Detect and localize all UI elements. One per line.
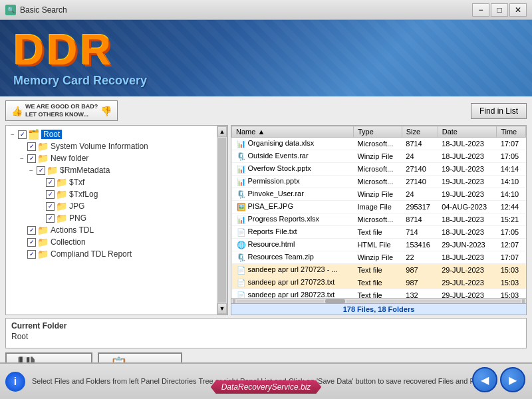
file-time: 12:44 [497,201,526,213]
file-time: 12:07 [497,239,526,251]
file-time: 15:21 [497,213,526,226]
table-row[interactable]: 📊Organising data.xlsx Microsoft... 8714 … [232,138,526,150]
file-name: 📄sandeep apr url 280723.txt [232,289,354,299]
minimize-button[interactable]: − [472,3,489,17]
col-time[interactable]: Time [497,126,526,138]
file-size: 987 [402,277,438,289]
tree-checkbox[interactable] [46,214,55,223]
table-row[interactable]: 🗜️Pinvoke_User.rar Winzip File 24 19-JUL… [232,188,526,201]
tree-item-label: $TxfLog [69,190,98,199]
tree-item[interactable]: 📁 Collection [9,236,214,248]
file-name: 🗜️Resources Team.zip [232,251,354,264]
file-name: 📊Overfow Stock.pptx [232,163,354,176]
tree-checkbox[interactable] [46,178,55,187]
table-row[interactable]: 📄sandeep apr url 270723 - ... Text file … [232,264,526,277]
file-size: 132 [402,289,438,299]
tree-item-label: New folder [51,154,88,163]
expand-button[interactable] [18,238,26,246]
file-type: Text file [353,226,402,239]
forward-button[interactable]: ▶ [500,367,525,392]
feedback-button[interactable]: 👍 WE ARE GOOD OR BAD? LET OTHERS KNOW...… [5,100,118,121]
file-type: Microsoft... [353,213,402,226]
file-time: 17:07 [497,251,526,264]
file-time: 17:07 [497,138,526,150]
expand-button[interactable] [37,202,45,210]
txt-icon: 📄 [236,265,247,275]
scroll-up-arrow[interactable]: ▲ [217,126,227,137]
expand-button[interactable]: − [27,166,35,174]
toolbar-row: 👍 WE ARE GOOD OR BAD? LET OTHERS KNOW...… [5,100,527,121]
tree-checkbox[interactable] [37,166,45,175]
file-type: Winzip File [353,251,402,264]
expand-button[interactable] [18,142,26,150]
tree-checkbox[interactable] [27,154,36,163]
title-bar: 🔍 Basic Search − □ ✕ [0,0,532,20]
folder-icon: 📁 [37,249,49,259]
excel-icon: 📊 [236,138,247,149]
tree-checkbox[interactable] [27,226,36,235]
table-row[interactable]: 🌐Resource.html HTML File 153416 29-JUN-2… [232,239,526,251]
expand-button[interactable] [37,214,45,222]
nav-buttons: ◀ ▶ [472,367,525,392]
close-button[interactable]: ✕ [509,3,527,17]
table-row[interactable]: 📊Progress Reports.xlsx Microsoft... 8714… [232,213,526,226]
tree-checkbox[interactable] [27,250,36,259]
file-date: 18-JUL-2023 [438,138,496,150]
back-button[interactable]: ◀ [472,367,497,392]
find-in-list-button[interactable]: Find in List [471,103,527,119]
table-row[interactable]: 📊Permission.pptx Microsoft... 27140 19-J… [232,176,526,188]
scroll-down-arrow[interactable]: ▼ [217,303,227,314]
tree-item[interactable]: 📁 System Volume Information [9,140,214,152]
table-row[interactable]: 📄Reports File.txt Text file 714 18-JUL-2… [232,226,526,239]
tree-item-label: $Txf [69,178,84,187]
expand-button[interactable]: − [9,130,17,138]
file-count: 178 Files, 18 Folders [231,303,526,315]
table-row[interactable]: 🗜️Resources Team.zip Winzip File 22 18-J… [232,251,526,264]
tree-checkbox[interactable] [46,202,55,211]
expand-button[interactable] [37,190,45,198]
table-row[interactable]: 🗜️Outside Events.rar Winzip File 24 18-J… [232,150,526,163]
expand-button[interactable]: − [18,154,26,162]
tree-item[interactable]: 📁 $TxfLog [9,188,214,200]
folder-icon: 📁 [56,189,67,200]
col-size[interactable]: Size [402,126,438,138]
tree-item[interactable]: − 📁 New folder [9,152,214,164]
expand-button[interactable] [18,226,26,234]
file-list-panel[interactable]: Name ▲ Type Size Date Time 📊Organising d… [231,126,526,298]
tree-item-label: Root [41,130,62,139]
file-name: 🗜️Pinvoke_User.rar [232,188,354,201]
tree-checkbox[interactable] [27,238,36,247]
table-row[interactable]: 📊Overfow Stock.pptx Microsoft... 27140 1… [232,163,526,176]
tree-item[interactable]: 📁 PNG [9,212,214,224]
tree-item[interactable]: 📁 $Txf [9,176,214,188]
file-type: Image File [353,201,402,213]
tree-item[interactable]: − 📁 $RmMetadata [9,164,214,176]
file-type: Text file [353,289,402,299]
expand-button[interactable] [37,178,45,186]
col-name[interactable]: Name ▲ [232,126,354,138]
file-size: 153416 [402,239,438,251]
expand-button[interactable] [18,250,26,258]
file-name: 🌐Resource.html [232,239,354,251]
tree-checkbox[interactable] [18,130,27,139]
tree-scrollbar[interactable]: ▲ ▼ [217,126,227,315]
folder-icon: 📁 [47,165,58,176]
file-name: 📄Reports File.txt [232,226,354,239]
col-type[interactable]: Type [353,126,402,138]
table-row[interactable]: 📄sandeep apr url 280723.txt Text file 13… [232,289,526,299]
html-icon: 🌐 [236,239,247,250]
tree-item[interactable]: − 🗂️ Root [9,128,214,140]
tree-item[interactable]: 📁 JPG [9,200,214,212]
tree-item[interactable]: 📁 Compliand TDL Report [9,248,214,260]
table-row[interactable]: 🖼️PISA_EF.JPG Image File 295317 04-AUG-2… [232,201,526,213]
tree-checkbox[interactable] [27,142,36,151]
col-date[interactable]: Date [438,126,496,138]
scroll-thumb[interactable] [218,138,226,303]
tree-item[interactable]: 📁 Actions TDL [9,224,214,236]
maximize-button[interactable]: □ [491,3,508,17]
table-row[interactable]: 📄sandeep apr url 270723.txt Text file 98… [232,277,526,289]
app-header: DDR Memory Card Recovery [0,20,532,96]
file-date: 19-JUL-2023 [438,188,496,201]
file-date: 04-AUG-2023 [438,201,496,213]
tree-checkbox[interactable] [46,190,55,199]
